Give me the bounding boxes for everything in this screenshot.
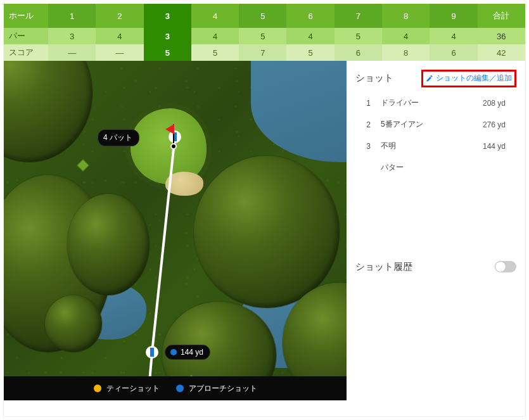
hole-cell[interactable]: 2 [96, 4, 143, 28]
shot-index: 1 [355, 99, 381, 108]
edit-shots-link[interactable]: ショットの編集／追加 [426, 73, 512, 84]
par-total: 36 [478, 28, 525, 44]
shot-row[interactable]: 1 ドライバー 208 yd [355, 92, 516, 114]
score-cell: 8 [382, 44, 430, 61]
shot-index: 3 [355, 142, 381, 151]
edit-link-highlight: ショットの編集／追加 [421, 70, 516, 87]
toggle-knob-icon [495, 262, 506, 272]
putt-count-value: 4 パット [103, 132, 132, 143]
hole-cell-selected[interactable]: 3 [144, 4, 191, 28]
shot-row[interactable]: 2 5番アイアン 276 yd [355, 114, 516, 136]
shot-distance: 144 yd [472, 142, 516, 151]
pencil-icon [426, 75, 433, 82]
hole-label: ホール [4, 4, 48, 28]
shot-distance: 276 yd [472, 120, 516, 129]
shot-index: 2 [355, 120, 381, 129]
hole-cell[interactable]: 5 [239, 4, 286, 28]
trees [67, 194, 150, 295]
legend-dot-icon [176, 385, 184, 392]
putter-label: パター [381, 162, 404, 173]
hole-cell[interactable]: 1 [48, 4, 96, 28]
shots-heading: ショット [355, 72, 393, 84]
score-cell-selected: 5 [144, 44, 191, 61]
hole-cell[interactable]: 8 [382, 4, 430, 28]
trees [45, 295, 102, 352]
edit-shots-label: ショットの編集／追加 [436, 73, 512, 84]
legend-approach: アプローチショット [176, 383, 257, 394]
score-cell: 6 [430, 44, 477, 61]
shot-club: ドライバー [381, 98, 472, 108]
shot-club: 5番アイアン [381, 119, 472, 130]
approach-distance-value: 144 yd [181, 348, 203, 357]
hole-cell[interactable]: 6 [286, 4, 334, 28]
total-label: 合計 [478, 4, 525, 28]
scorecard-table: ホール 1 2 3 4 5 6 7 8 9 合計 パー 3 4 3 4 5 4 … [4, 4, 525, 61]
shot-club: 不明 [381, 141, 472, 151]
par-cell: 4 [430, 28, 477, 44]
hole-cell[interactable]: 4 [191, 4, 239, 28]
par-cell: 5 [335, 28, 382, 44]
score-cell: 7 [239, 44, 286, 61]
score-cell: — [48, 44, 96, 61]
trees [194, 156, 340, 308]
legend-tee: ティーショット [94, 383, 160, 394]
score-cell: — [96, 44, 143, 61]
hole-flag-icon [167, 124, 180, 150]
hole-cell[interactable]: 9 [430, 4, 477, 28]
par-cell: 4 [191, 28, 239, 44]
par-cell-selected: 3 [144, 28, 191, 44]
score-cell: 5 [191, 44, 239, 61]
shot-row[interactable]: 3 不明 144 yd [355, 136, 516, 157]
score-cell: 6 [335, 44, 382, 61]
par-label: パー [4, 28, 48, 44]
sand-bunker [165, 172, 203, 196]
hole-map[interactable]: 4 パット 144 yd D 208 yd 5i 276 yd ティーショット … [4, 61, 347, 400]
hole-cell[interactable]: 7 [335, 4, 382, 28]
dot-icon [170, 349, 177, 355]
score-total: 42 [478, 44, 525, 61]
par-cell: 4 [96, 28, 143, 44]
putter-row[interactable]: パター [355, 157, 516, 179]
shot-distance: 208 yd [472, 99, 516, 108]
par-cell: 4 [382, 28, 430, 44]
history-toggle[interactable] [495, 261, 516, 272]
legend-approach-label: アプローチショット [189, 383, 257, 394]
map-legend: ティーショット アプローチショット [4, 376, 347, 400]
putt-count-badge[interactable]: 4 パット [98, 129, 139, 146]
history-heading: ショット履歴 [355, 261, 412, 273]
par-cell: 5 [239, 28, 286, 44]
legend-dot-icon [94, 385, 101, 392]
par-cell: 4 [286, 28, 334, 44]
score-label: スコア [4, 44, 48, 61]
side-panel: ショット ショットの編集／追加 1 ドライバー 208 yd 2 5番アイアン … [347, 61, 525, 400]
approach-distance-badge[interactable]: 144 yd [165, 345, 210, 360]
par-cell: 3 [48, 28, 96, 44]
score-cell: 5 [286, 44, 334, 61]
legend-tee-label: ティーショット [106, 383, 160, 394]
